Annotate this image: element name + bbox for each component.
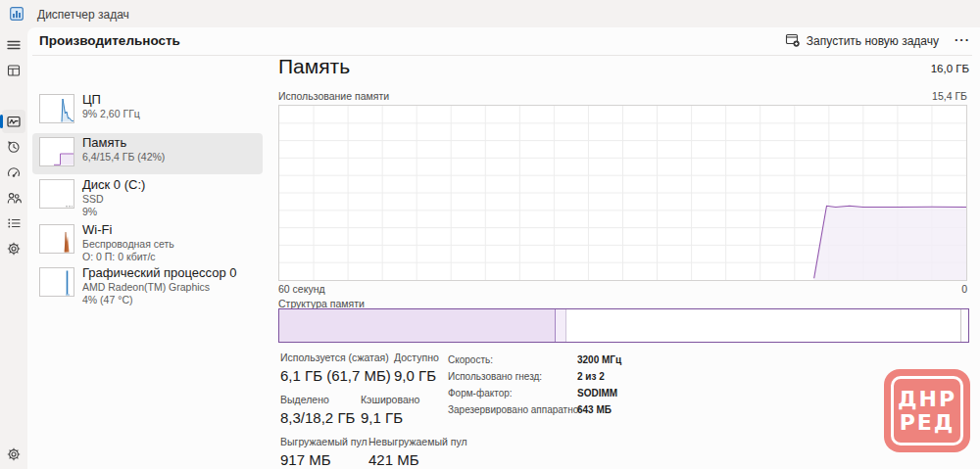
sidebar-item-gpu0[interactable]: Графический процессор 0 AMD Radeon(TM) G… xyxy=(32,263,263,308)
sidebar-item-cpu[interactable]: ЦП 9% 2,60 ГГц xyxy=(32,90,263,131)
content-card: Производительность Запустить новую задач… xyxy=(27,27,980,469)
disk-sparkline xyxy=(39,179,74,209)
sidebar-item-detail: 4% (47 °C) xyxy=(82,294,237,306)
memory-usage-chart[interactable] xyxy=(278,105,967,281)
wifi-sparkline xyxy=(39,224,74,254)
memory-sparkline xyxy=(39,137,74,166)
composition-segment-used xyxy=(279,309,556,342)
sidebar-item-title: Wi-Fi xyxy=(82,222,174,238)
sidebar-item-detail: SSD xyxy=(82,193,145,206)
composition-segment-free xyxy=(566,309,959,342)
sidebar-item-detail: AMD Radeon(TM) Graphics xyxy=(82,281,237,294)
stat-nonpaged-pool: Невыгружаемый пул 421 МБ xyxy=(368,436,467,469)
nav-app-history-icon[interactable] xyxy=(6,139,22,155)
sidebar-item-detail: 9% 2,60 ГГц xyxy=(82,108,140,120)
nav-startup-apps-icon[interactable] xyxy=(6,164,22,180)
nav-services-icon[interactable] xyxy=(6,241,22,257)
cpu-sparkline xyxy=(39,94,74,123)
hamburger-menu-icon[interactable] xyxy=(6,37,22,53)
composition-segment-hardware-reserved xyxy=(960,309,968,342)
stat-used: Используется (сжатая) 6,1 ГБ (61,7 МБ) xyxy=(280,352,394,385)
watermark-text: РЕД xyxy=(900,411,956,435)
stat-cached: Кэшировано 9,1 ГБ xyxy=(361,394,419,427)
nav-rail xyxy=(0,27,27,469)
sidebar-item-detail: 6,4/15,4 ГБ (42%) xyxy=(82,151,165,164)
stat-committed: Выделено 8,3/18,2 ГБ xyxy=(280,394,361,427)
usage-graph-label: Использование памяти xyxy=(278,90,389,102)
sidebar-item-detail: Беспроводная сеть xyxy=(82,238,174,251)
sidebar-item-detail: 9% xyxy=(82,206,145,218)
watermark-text: ДНР xyxy=(898,388,956,411)
stat-paged-pool: Выгружаемый пул 917 МБ xyxy=(280,436,368,469)
time-axis-right-label: 0 xyxy=(961,283,967,295)
sidebar-item-wifi[interactable]: Wi-Fi Беспроводная сеть О: 0 П: 0 кбит/с xyxy=(32,220,263,263)
composition-segment-modified xyxy=(556,309,566,342)
sidebar-item-detail: О: 0 П: 0 кбит/с xyxy=(82,251,174,263)
watermark-badge: ДНР РЕД xyxy=(884,369,970,452)
sidebar-item-title: ЦП xyxy=(82,92,140,108)
memory-panel: Память 16,0 ГБ Использование памяти 15,4… xyxy=(278,27,971,469)
page-title: Производительность xyxy=(39,33,180,48)
nav-performance-icon[interactable] xyxy=(6,114,22,129)
titlebar: Диспетчер задач xyxy=(0,0,980,27)
sidebar-item-title: Диск 0 (C:) xyxy=(82,177,145,193)
sidebar-item-disk0[interactable]: Диск 0 (C:) SSD 9% xyxy=(32,175,263,218)
memory-total-capacity: 16,0 ГБ xyxy=(931,63,969,74)
sidebar-item-memory[interactable]: Память 6,4/15,4 ГБ (42%) xyxy=(32,133,263,174)
settings-gear-icon[interactable] xyxy=(6,446,22,462)
time-axis-left-label: 60 секунд xyxy=(278,283,325,295)
nav-users-icon[interactable] xyxy=(6,190,22,206)
memory-composition-bar[interactable] xyxy=(278,308,969,343)
watermark-frame: ДНР РЕД xyxy=(891,376,963,446)
rail-accent-indicator xyxy=(0,115,3,128)
stat-available: Доступно 9,0 ГБ xyxy=(394,352,439,385)
stats-row: Выгружаемый пул 917 МБ Невыгружаемый пул… xyxy=(280,436,604,469)
nav-processes-icon[interactable] xyxy=(6,63,22,78)
memory-details: Скорость: 3200 МГц Использовано гнезд: 2… xyxy=(448,353,621,416)
window-title: Диспетчер задач xyxy=(37,8,129,22)
memory-title: Память xyxy=(278,55,350,78)
usage-graph-max: 15,4 ГБ xyxy=(932,90,967,102)
nav-details-icon[interactable] xyxy=(6,215,22,231)
gpu-sparkline xyxy=(39,267,74,297)
sidebar-item-title: Графический процессор 0 xyxy=(82,265,237,281)
task-manager-logo-icon xyxy=(10,7,24,21)
sidebar-item-title: Память xyxy=(82,135,165,151)
